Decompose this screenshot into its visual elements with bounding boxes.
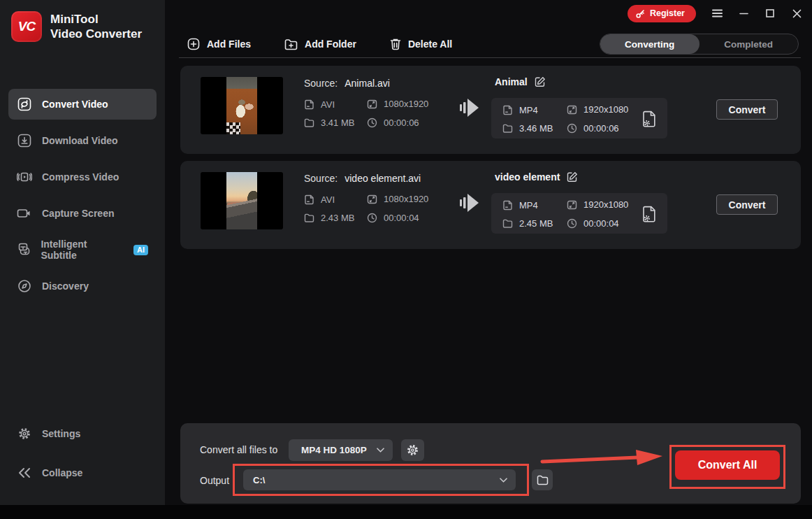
view-tabs: Converting Completed (600, 34, 799, 55)
source-resolution: 1080x1920 (367, 194, 428, 204)
sidebar-item-label: Capture Screen (42, 208, 114, 219)
file-format-icon (502, 104, 513, 115)
output-duration: 00:00:04 (567, 218, 619, 229)
file-row: Source:video element.avi AVI 1080x1920 2… (180, 161, 801, 249)
convert-button[interactable]: Convert (716, 99, 778, 120)
output-path-dropdown[interactable]: C:\ (243, 469, 516, 490)
delete-all-button[interactable]: Delete All (390, 34, 452, 55)
sidebar-item-label: Collapse (42, 467, 82, 478)
output-name: video element (495, 171, 560, 183)
source-label: Source: (304, 78, 338, 89)
source-duration-value: 00:00:04 (384, 213, 419, 223)
capture-screen-icon (17, 206, 32, 221)
source-line: Source:Animal.avi (304, 78, 390, 89)
clock-icon (367, 213, 377, 223)
sidebar-bottom: Settings Collapse (8, 418, 157, 488)
chevron-down-icon (500, 478, 507, 483)
source-filename: Animal.avi (345, 78, 390, 89)
source-resolution: 1080x1920 (367, 99, 428, 109)
output-name-row: Animal (495, 76, 546, 87)
sidebar-item-intelligent-subtitle[interactable]: Intelligent Subtitle AI (8, 234, 157, 265)
edit-icon[interactable] (567, 171, 578, 183)
convert-all-button[interactable]: Convert All (675, 450, 780, 480)
output-format-value: MP4 (519, 200, 538, 211)
convert-video-icon (17, 97, 32, 112)
output-path-value: C:\ (253, 475, 500, 485)
toolbar-divider (179, 57, 801, 58)
output-size-value: 2.45 MB (519, 218, 553, 229)
resolution-icon (367, 99, 377, 109)
sidebar-nav: Convert Video Download Video Compress Vi… (8, 89, 157, 301)
video-thumbnail (201, 172, 283, 229)
source-filename: video element.avi (345, 173, 421, 184)
output-duration-value: 00:00:06 (583, 123, 619, 134)
thumbnail-image (226, 172, 257, 229)
file-settings-icon[interactable] (641, 108, 658, 128)
output-spec-box: MP4 1920x1080 3.46 MB 00:00:06 (491, 98, 667, 138)
add-folder-button[interactable]: Add Folder (284, 34, 356, 55)
sidebar: VC MiniTool Video Converter Convert Vide… (0, 0, 165, 505)
source-resolution-value: 1080x1920 (384, 99, 428, 109)
sidebar-item-capture-screen[interactable]: Capture Screen (8, 198, 157, 229)
video-thumbnail (201, 77, 283, 134)
sidebar-item-compress-video[interactable]: Compress Video (8, 162, 157, 192)
sidebar-item-settings[interactable]: Settings (8, 418, 157, 449)
output-size: 3.46 MB (502, 123, 553, 134)
sidebar-item-label: Intelligent Subtitle (41, 239, 119, 261)
intelligent-subtitle-icon (17, 242, 31, 257)
file-settings-icon[interactable] (641, 204, 658, 223)
app-title-line2: Video Converter (50, 27, 142, 41)
app-brand: VC MiniTool Video Converter (0, 0, 165, 42)
folder-icon (304, 118, 314, 127)
preset-settings-button[interactable] (401, 439, 424, 461)
convert-button[interactable]: Convert (716, 194, 778, 215)
source-size: 2.43 MB (304, 213, 354, 223)
folder-icon (304, 213, 314, 222)
sidebar-item-collapse[interactable]: Collapse (8, 457, 157, 488)
app-logo: VC (11, 11, 42, 42)
sidebar-item-convert-video[interactable]: Convert Video (8, 89, 157, 120)
ai-badge: AI (133, 245, 148, 255)
source-duration-value: 00:00:06 (384, 118, 419, 128)
forward-arrow-icon (460, 97, 479, 118)
add-files-button[interactable]: Add Files (187, 34, 251, 55)
main-content: Add Files Add Folder Delete All Converti… (165, 0, 812, 505)
tab-completed[interactable]: Completed (699, 34, 799, 54)
gear-icon (17, 426, 32, 441)
file-format-icon (502, 199, 513, 211)
tab-converting[interactable]: Converting (600, 34, 699, 54)
preset-dropdown[interactable]: MP4 HD 1080P (289, 439, 393, 461)
sidebar-item-discovery[interactable]: Discovery (8, 271, 157, 301)
clock-icon (567, 123, 577, 134)
source-line: Source:video element.avi (304, 173, 421, 184)
file-format-icon (304, 99, 314, 110)
output-name-row: video element (495, 171, 578, 183)
add-files-icon (187, 38, 200, 50)
source-size-value: 2.43 MB (321, 213, 354, 223)
browse-folder-button[interactable] (532, 469, 553, 490)
sidebar-item-download-video[interactable]: Download Video (8, 125, 157, 156)
edit-icon[interactable] (535, 76, 546, 87)
folder-icon (502, 124, 513, 133)
file-format-icon (304, 194, 314, 205)
preset-value: MP4 HD 1080P (301, 445, 377, 455)
output-resolution-value: 1920x1080 (583, 199, 628, 210)
thumbnail-detail (226, 122, 240, 134)
output-resolution-value: 1920x1080 (583, 104, 628, 115)
add-folder-icon (284, 38, 298, 50)
add-folder-label: Add Folder (305, 38, 356, 50)
sidebar-item-label: Discovery (42, 280, 89, 292)
app-title-line1: MiniTool (50, 12, 142, 27)
chevron-down-icon (377, 448, 384, 453)
source-format: AVI (304, 99, 335, 110)
collapse-icon (17, 465, 32, 481)
resolution-icon (367, 194, 377, 204)
source-format-value: AVI (321, 99, 335, 110)
source-format: AVI (304, 194, 335, 205)
output-duration-value: 00:00:04 (583, 218, 619, 229)
clock-icon (567, 218, 577, 229)
forward-arrow-icon (460, 192, 479, 213)
output-label: Output (200, 475, 229, 486)
output-resolution: 1920x1080 (567, 104, 628, 115)
app-window: VC MiniTool Video Converter Convert Vide… (0, 0, 812, 505)
